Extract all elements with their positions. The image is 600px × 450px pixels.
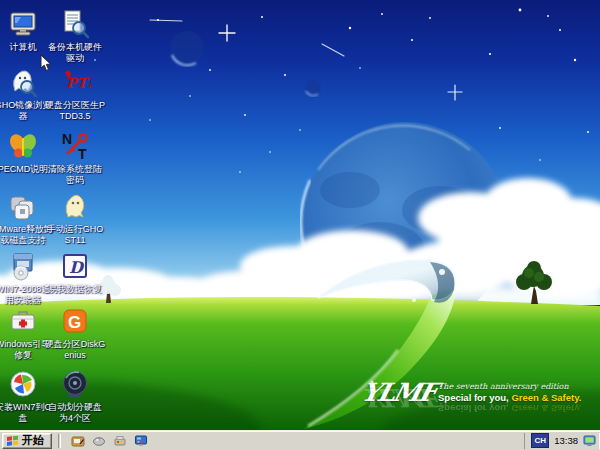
desktop-icon-auto-partition[interactable]: 自动划分硬盘为4个区	[44, 368, 106, 424]
icon-label: 易我数据恢复	[44, 284, 106, 295]
svg-text:T: T	[78, 146, 87, 162]
vmware-squares-icon	[7, 190, 39, 222]
show-desktop-icon[interactable]	[71, 434, 85, 448]
desktop-icon-backup-drivers[interactable]: 备份本机硬件驱动	[44, 8, 106, 64]
letter-d-icon: D	[59, 250, 91, 282]
taskbar-clock[interactable]: 13:38	[554, 435, 578, 446]
butterfly-icon	[7, 130, 39, 162]
windows-orb-icon	[7, 368, 39, 400]
display-settings-icon[interactable]	[134, 434, 148, 448]
desktop-icon-clear-password[interactable]: N T 清除系统登陆密码	[44, 130, 106, 186]
ghost-magnifier-icon	[7, 66, 39, 98]
mouse-icon[interactable]	[92, 434, 106, 448]
icon-label: 手动运行GHOST11	[44, 224, 106, 246]
desktop: YLMF The seventh anniversary edition Spe…	[0, 0, 600, 430]
system-tray: CH 13:38	[524, 433, 600, 449]
svg-text:G: G	[68, 313, 81, 332]
logo-tagline-main: Special for you, Green & Safety.	[438, 392, 583, 403]
hard-disk-icon	[59, 368, 91, 400]
computer-icon	[7, 8, 39, 40]
paint-tool-icon[interactable]	[113, 434, 127, 448]
svg-text:D: D	[69, 258, 85, 277]
ylmf-logo: YLMF The seventh anniversary edition Spe…	[362, 378, 577, 424]
nt-key-icon: N T	[59, 130, 91, 162]
svg-text:N: N	[62, 131, 72, 147]
logo-tagline-highlight: Green & Safety.	[511, 392, 581, 403]
tray-display-icon[interactable]	[583, 434, 596, 447]
start-button[interactable]: 开始	[2, 433, 52, 449]
start-label: 开始	[22, 433, 44, 448]
input-method-indicator[interactable]: CH	[531, 433, 549, 448]
desktop-icon-partition-doctor[interactable]: PTD 硬盘分区医生PTDD3.5	[44, 66, 106, 122]
logo-tagline-script: The seventh anniversary edition	[438, 382, 578, 391]
taskbar-divider	[58, 434, 61, 448]
first-aid-kit-icon	[7, 305, 39, 337]
svg-text:PTD: PTD	[66, 75, 91, 91]
icon-label: 清除系统登陆密码	[44, 164, 106, 186]
diskgenius-g-icon: G	[59, 305, 91, 337]
icon-label: 硬盘分区DiskGenius	[44, 339, 106, 361]
taskbar: 开始 CH 13:38	[0, 430, 600, 450]
icon-label: 备份本机硬件驱动	[44, 42, 106, 64]
ghost-icon	[59, 190, 91, 222]
icon-label: 硬盘分区医生PTDD3.5	[44, 100, 106, 122]
document-magnifier-icon	[59, 8, 91, 40]
quick-launch-bar	[71, 434, 148, 448]
ptdd-logo-icon: PTD	[59, 66, 91, 98]
software-box-cd-icon	[7, 250, 39, 282]
desktop-icon-diskgenius[interactable]: G 硬盘分区DiskGenius	[44, 305, 106, 361]
icon-label: 自动划分硬盘为4个区	[44, 402, 106, 424]
desktop-icon-data-recovery[interactable]: D 易我数据恢复	[44, 250, 106, 295]
windows-flag-icon	[6, 435, 19, 447]
desktop-icon-run-ghost11[interactable]: 手动运行GHOST11	[44, 190, 106, 246]
